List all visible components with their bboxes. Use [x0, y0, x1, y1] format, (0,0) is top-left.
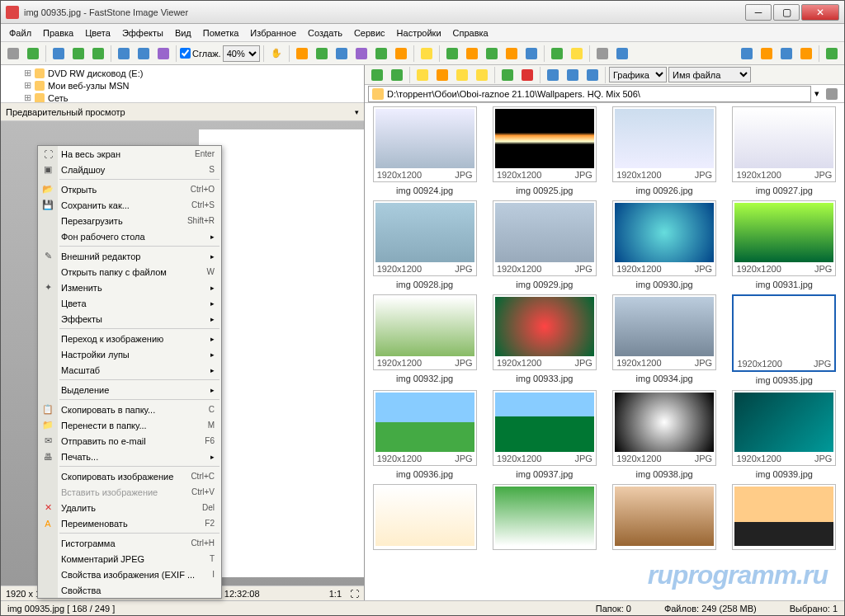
ctx-отправить-по-e-mail[interactable]: ✉Отправить по e-mailF6	[38, 433, 221, 449]
thumbnail[interactable]	[488, 484, 601, 553]
menu-вид[interactable]: Вид	[170, 26, 196, 40]
menu-эффекты[interactable]: Эффекты	[117, 26, 168, 40]
thumbnail[interactable]: 1920x1200JPGimg 00928.jpg	[368, 200, 481, 289]
prev-icon[interactable]	[69, 45, 87, 63]
filter-select[interactable]: Графика	[609, 67, 667, 82]
trash-icon[interactable]	[823, 85, 841, 103]
menu-правка[interactable]: Правка	[38, 26, 78, 40]
minimize-button[interactable]: ─	[745, 4, 772, 21]
ctx-слайдшоу[interactable]: ▣СлайдшоуS	[38, 162, 221, 177]
forward-icon[interactable]	[388, 66, 406, 84]
ctx-цвета[interactable]: Цвета▸	[38, 295, 221, 311]
tool4-icon[interactable]	[352, 45, 371, 63]
tool11-icon[interactable]	[522, 45, 541, 63]
up-icon[interactable]	[413, 66, 432, 84]
sun-icon[interactable]	[418, 45, 436, 63]
ctx-настройки-лупы[interactable]: Настройки лупы▸	[38, 346, 221, 362]
close-button[interactable]: ✕	[801, 4, 839, 21]
collapse-icon[interactable]: ▾	[355, 108, 359, 116]
menu-настройки[interactable]: Настройки	[392, 26, 446, 40]
tool12-icon[interactable]	[548, 45, 566, 63]
maximize-button[interactable]: ▢	[773, 4, 800, 21]
tool8-icon[interactable]	[463, 45, 481, 63]
ctx-перезагрузить[interactable]: ПерезагрузитьShift+R	[38, 213, 221, 228]
tool-icon[interactable]	[293, 45, 311, 63]
ctx-открыть[interactable]: 📂ОткрытьCtrl+O	[38, 181, 221, 197]
path-dropdown-icon[interactable]: ▾	[814, 88, 819, 99]
zoom-select[interactable]: 40%	[223, 45, 260, 62]
path-input[interactable]: D:\торрент\Обои\Oboi-raznoe 21.10\Wallpa…	[368, 86, 811, 102]
preview-header[interactable]: Предварительный просмотр ▾	[1, 103, 364, 121]
ctx-скопировать-изображение[interactable]: Скопировать изображениеCtrl+C	[38, 468, 221, 484]
thumbnail[interactable]: 1920x1200JPGimg 00934.jpg	[608, 294, 721, 385]
tree-item[interactable]: ⊞Мои веб-узлы MSN	[7, 79, 357, 92]
menu-справка[interactable]: Справка	[448, 26, 493, 40]
expand-icon[interactable]: ⛶	[350, 589, 359, 599]
tree-item[interactable]: ⊞DVD RW дисковод (E:)	[7, 67, 357, 79]
ctx-открыть-папку-с-файлом[interactable]: Открыть папку с файломW	[38, 264, 221, 280]
thumbnail[interactable]: 1920x1200JPGimg 00931.jpg	[728, 200, 841, 289]
tool13-icon[interactable]	[613, 45, 631, 63]
refresh-icon[interactable]	[498, 66, 517, 84]
ctx-внешний-редактор[interactable]: ✎Внешний редактор▸	[38, 248, 221, 264]
back-icon[interactable]	[368, 66, 386, 84]
ctx-сохранить-как-[interactable]: 💾Сохранить как...Ctrl+S	[38, 197, 221, 213]
fit-icon[interactable]	[154, 45, 172, 63]
ctx-перенести-в-папку-[interactable]: 📁Перенести в папку...M	[38, 417, 221, 433]
thumbnail-grid[interactable]: 1920x1200JPGimg 00924.jpg1920x1200JPGimg…	[365, 103, 844, 600]
menu-цвета[interactable]: Цвета	[80, 26, 116, 40]
menu-пометка[interactable]: Пометка	[198, 26, 244, 40]
ctx-свойства-изображения-exif-[interactable]: Свойства изображения (EXIF ...I	[38, 567, 221, 582]
ctx-печать-[interactable]: 🖶Печать...▸	[38, 449, 221, 464]
ctx-свойства[interactable]: Свойства	[38, 582, 221, 598]
ctx-масштаб[interactable]: Масштаб▸	[38, 362, 221, 378]
thumbnail[interactable]: 1920x1200JPGimg 00926.jpg	[608, 106, 721, 195]
view3-icon[interactable]	[777, 45, 795, 63]
thumbnail[interactable]: 1920x1200JPGimg 00937.jpg	[488, 390, 601, 479]
thumbnail[interactable]: 1920x1200JPGimg 00932.jpg	[368, 294, 481, 385]
thumbnail[interactable]: 1920x1200JPGimg 00927.jpg	[728, 106, 841, 195]
tool10-icon[interactable]	[503, 45, 521, 63]
fullscreen-icon[interactable]	[823, 45, 841, 63]
menu-избранное[interactable]: Избранное	[245, 26, 301, 40]
thumbnail[interactable]	[368, 484, 481, 553]
hand-icon[interactable]: ✋	[267, 45, 286, 63]
thumbnail[interactable]: 1920x1200JPGimg 00936.jpg	[368, 390, 481, 479]
thumbnail[interactable]: 1920x1200JPGimg 00930.jpg	[608, 200, 721, 289]
ctx-гистограмма[interactable]: ГистограммаCtrl+H	[38, 535, 221, 551]
thumbnail[interactable]: 1920x1200JPGimg 00933.jpg	[488, 294, 601, 385]
ctx-эффекты[interactable]: Эффекты▸	[38, 311, 221, 327]
smoothing-checkbox[interactable]: Сглаж.	[180, 48, 221, 59]
view2-icon[interactable]	[758, 45, 776, 63]
thumbnail[interactable]: 1920x1200JPGimg 00929.jpg	[488, 200, 601, 289]
folder-icon[interactable]	[453, 66, 471, 84]
next-icon[interactable]	[89, 45, 107, 63]
thumbnail[interactable]: 1920x1200JPGimg 00939.jpg	[728, 390, 841, 479]
ctx-удалить[interactable]: ✕УдалитьDel	[38, 500, 221, 515]
thumbnail[interactable]: 1920x1200JPGimg 00935.jpg	[728, 294, 841, 385]
view4-icon[interactable]	[797, 45, 815, 63]
thumbnail[interactable]: 1920x1200JPGimg 00938.jpg	[608, 390, 721, 479]
ctx-изменить[interactable]: ✦Изменить▸	[38, 280, 221, 295]
print-icon[interactable]	[593, 45, 611, 63]
tool9-icon[interactable]	[483, 45, 501, 63]
zoom-out-icon[interactable]	[135, 45, 153, 63]
ctx-выделение[interactable]: Выделение▸	[38, 382, 221, 397]
view-list-icon[interactable]	[564, 66, 582, 84]
tool6-icon[interactable]	[392, 45, 410, 63]
new-folder-icon[interactable]	[473, 66, 491, 84]
tree-item[interactable]: ⊞Сеть	[7, 92, 357, 103]
view-large-icon[interactable]	[544, 66, 562, 84]
open-icon[interactable]	[24, 45, 42, 63]
folder-tree[interactable]: ⊞DVD RW дисковод (E:)⊞Мои веб-узлы MSN⊞С…	[1, 65, 364, 103]
ctx-комментарий-jpeg[interactable]: Комментарий JPEGT	[38, 551, 221, 567]
menu-файл[interactable]: Файл	[4, 26, 36, 40]
ctx-на-весь-экран[interactable]: ⛶На весь экранEnter	[38, 146, 221, 162]
mail-icon[interactable]	[568, 45, 586, 63]
tool2-icon[interactable]	[313, 45, 331, 63]
ctx-фон-рабочего-стола[interactable]: Фон рабочего стола▸	[38, 228, 221, 244]
thumbnail[interactable]: 1920x1200JPGimg 00925.jpg	[488, 106, 601, 195]
menu-сервис[interactable]: Сервис	[349, 26, 390, 40]
menu-создать[interactable]: Создать	[303, 26, 347, 40]
camera-icon[interactable]	[4, 45, 22, 63]
